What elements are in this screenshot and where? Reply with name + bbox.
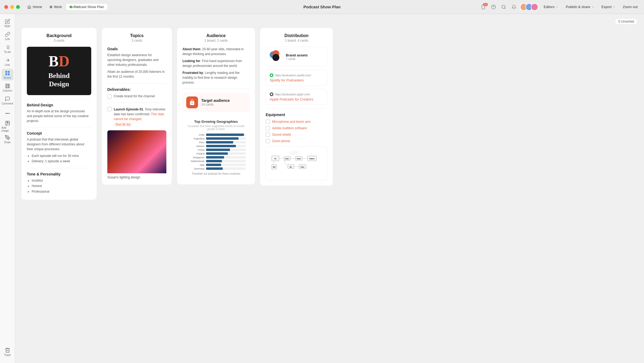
publish-share-button[interactable]: Publish & share — [564, 4, 596, 10]
equip-label-1[interactable]: Microphone and boom arm — [272, 120, 310, 124]
equip-checkbox-3[interactable] — [266, 132, 270, 137]
equip-label-4[interactable]: Zoom phone — [272, 139, 290, 143]
nav-tabs: Home Work Podcast Show Plan — [24, 4, 107, 10]
svg-point-20 — [5, 113, 6, 114]
export-button[interactable]: Export — [599, 4, 618, 10]
apple-card[interactable]: https://podcasters.apple.com/ Apple Podc… — [266, 89, 327, 105]
sidebar-item-line[interactable]: Line — [2, 56, 13, 68]
bar-label: Poland — [186, 152, 204, 155]
target-info: Target audience 14 cards — [201, 98, 230, 106]
editors-button[interactable]: Editors — [541, 4, 560, 10]
sidebar-item-trash[interactable]: Trash — [2, 344, 13, 360]
equip-item-2: Adobe Audition software — [266, 126, 327, 130]
tab-home[interactable]: Home — [24, 4, 45, 10]
zoom-out-button[interactable]: Zoom out — [621, 4, 640, 10]
unsorted-button[interactable]: 0 Unsorted — [615, 18, 638, 25]
equipment-section: Equipment Microphone and boom arm Adobe … — [266, 113, 327, 143]
spotify-card[interactable]: https://podcasters.spotify.com/ Spotify … — [266, 70, 327, 86]
window-controls[interactable] — [4, 5, 20, 9]
avatar-3 — [531, 3, 538, 11]
launch-episode-card: Launch Episode 01. Tony interview date h… — [107, 107, 166, 127]
sidebar-item-add-image[interactable]: Add image — [2, 120, 13, 132]
card3-title: Tone & Personality — [27, 172, 91, 176]
equip-label-2[interactable]: Adobe Audition software — [272, 126, 307, 130]
svg-text:Computer: Computer — [297, 158, 301, 159]
audience-header: Audience 1 board, 2 cards — [182, 33, 250, 42]
tab-work[interactable]: Work — [46, 4, 65, 10]
device-icon[interactable]: 21 — [480, 4, 486, 10]
maximize-button[interactable] — [16, 5, 20, 9]
brand-info: Brand assets 7 cards — [286, 53, 308, 60]
svg-rect-49 — [290, 152, 298, 154]
svg-rect-15 — [5, 73, 7, 75]
equip-label-3[interactable]: Sound shield — [272, 133, 291, 136]
sidebar-item-board[interactable]: Board — [2, 69, 13, 81]
topics-subtitle: 3 cards — [107, 39, 166, 42]
svg-text:Software: Software — [301, 167, 304, 168]
bar-label: Netherlands — [186, 160, 204, 163]
goals-title: Goals — [107, 47, 166, 51]
spotify-url: https://podcasters.spotify.com/ — [270, 73, 323, 77]
avatar-group — [520, 3, 538, 11]
bar-background — [206, 160, 246, 162]
goals-text2: Attain an audience of 20,000 listeners i… — [107, 69, 166, 79]
equip-checkbox-1[interactable] — [266, 120, 270, 124]
brand-assets-card[interactable]: Brand assets 7 cards — [266, 47, 327, 67]
equip-checkbox-4[interactable] — [266, 139, 270, 143]
bar-label: Peru — [186, 141, 204, 144]
bar-background — [206, 137, 246, 140]
target-title: Target audience — [201, 98, 230, 103]
spotify-link[interactable]: Spotify for Podcasters — [270, 78, 323, 82]
bar-row: Netherlands — [186, 160, 246, 163]
svg-text:Shield: Shield — [273, 167, 275, 168]
frustrated-text: Frustrated by: Lengthy reading and the i… — [182, 70, 250, 85]
bar-fill — [206, 160, 222, 162]
photo-caption: Susan's lighting design — [107, 173, 166, 179]
goals-text1: Establish design awareness for upcoming … — [107, 53, 166, 67]
topics-board: Topics 3 cards Goals Establish design aw… — [102, 28, 172, 185]
sidebar-item-todo[interactable]: To-do — [2, 43, 13, 55]
bar-fill — [206, 167, 223, 170]
equip-checkbox-2[interactable] — [266, 126, 270, 130]
bar-row: Mexico — [186, 145, 246, 148]
deliverable-checkbox-1[interactable] — [107, 95, 112, 99]
minimize-button[interactable] — [10, 5, 14, 9]
equip-item-1: Microphone and boom arm — [266, 120, 327, 124]
sidebar-item-column[interactable]: Column — [2, 82, 13, 94]
svg-point-21 — [7, 113, 8, 114]
search-icon[interactable] — [501, 4, 507, 10]
sidebar-item-link[interactable]: Link — [2, 30, 13, 42]
apple-link[interactable]: Apple Podcasts for Creators — [270, 97, 323, 101]
sidebar-item-note[interactable]: Note — [2, 17, 13, 29]
bar-label: Argentina — [186, 137, 204, 140]
bullet-item: Professional — [32, 189, 91, 194]
bar-label: Mexico — [186, 145, 204, 148]
draw-icon — [5, 135, 10, 140]
help-icon[interactable] — [491, 4, 496, 10]
bullet-item: Each episode will run for 30 mins — [32, 153, 91, 159]
audience-board: Audience 1 board, 2 cards About them: 25… — [177, 28, 255, 184]
target-audience-card[interactable]: Target audience 14 cards — [182, 93, 250, 112]
topics-divider-1 — [107, 83, 166, 84]
equipment-title: Equipment — [266, 113, 327, 117]
top-icons: 21 — [480, 4, 517, 10]
close-button[interactable] — [4, 5, 8, 9]
svg-rect-18 — [7, 84, 8, 88]
boards-row: Background 3 cards B D BehindDesign Behi… — [21, 28, 638, 200]
card2-text: A podcast that that interviews global de… — [27, 137, 91, 152]
sidebar-item-draw[interactable]: Draw — [2, 133, 13, 145]
bar-row: Peru — [186, 141, 246, 144]
note-icon — [5, 19, 10, 24]
draw-label: Draw — [4, 141, 10, 144]
bar-background — [206, 156, 246, 159]
launch-checkbox[interactable] — [107, 107, 112, 111]
sidebar-item-comment[interactable]: Comment — [2, 95, 13, 106]
comment-label: Comment — [2, 102, 13, 105]
svg-point-22 — [9, 113, 9, 114]
bar-row: Italy — [186, 163, 246, 166]
bar-background — [206, 134, 246, 136]
distribution-title: Distribution — [266, 33, 327, 38]
bell-icon[interactable] — [511, 4, 517, 10]
sidebar-item-more[interactable] — [2, 107, 13, 119]
column-icon — [5, 83, 10, 89]
